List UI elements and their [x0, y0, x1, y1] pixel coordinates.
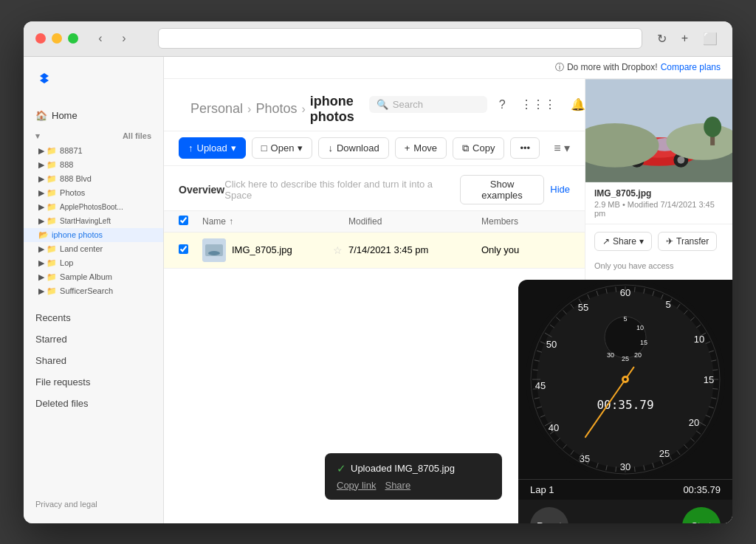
close-button[interactable] [35, 33, 46, 44]
folder-icon: ▶ 📁 [38, 146, 57, 156]
preview-image [585, 79, 732, 182]
new-tab-button[interactable]: + [678, 29, 691, 49]
upload-button[interactable]: ↑ Upload ▾ [179, 137, 246, 159]
copy-button[interactable]: ⧉ Copy [453, 137, 504, 159]
address-bar[interactable] [158, 28, 642, 49]
refresh-button[interactable]: ↻ [654, 29, 670, 49]
all-files-section[interactable]: ▾ All files [24, 125, 163, 144]
search-icon: 🔍 [377, 99, 388, 110]
window-button[interactable]: ⬜ [700, 29, 721, 49]
all-files-label: All files [123, 131, 151, 140]
svg-point-2 [208, 251, 220, 255]
folder-icon: ▶ 📁 [38, 272, 57, 282]
sidebar-item-starred[interactable]: Starred [24, 328, 163, 350]
promo-text: Do more with Dropbox! [567, 62, 658, 72]
sidebar-tree-iphone[interactable]: 📂 iphone photos [24, 228, 163, 242]
transfer-button[interactable]: ✈ Transfer [658, 232, 717, 251]
svg-text:15: 15 [640, 339, 647, 346]
svg-text:45: 45 [535, 380, 546, 391]
svg-point-103 [624, 378, 627, 381]
search-bar[interactable]: 🔍 Search [369, 96, 487, 113]
copy-link-button[interactable]: Copy link [337, 480, 376, 491]
file-modified-cell: 7/14/2021 3:45 pm [348, 244, 481, 255]
select-all-checkbox[interactable] [179, 216, 202, 227]
star-icon[interactable]: ☆ [333, 244, 343, 256]
open-icon: □ [261, 142, 267, 154]
download-button[interactable]: ↓ Download [318, 137, 388, 159]
column-name-header[interactable]: Name ↑ [202, 216, 348, 227]
apps-button[interactable]: ⋮⋮⋮ [518, 94, 559, 114]
svg-text:00:35.79: 00:35.79 [597, 398, 653, 412]
stopwatch-overlay: 60 5 10 15 20 25 30 35 40 45 5 [518, 280, 732, 523]
view-toggle[interactable]: ≡ ▾ [554, 141, 570, 155]
preview-meta: 2.9 MB • Modified 7/14/2021 3:45 pm [594, 200, 724, 218]
promo-link[interactable]: Compare plans [661, 62, 721, 72]
start-button[interactable]: Start [682, 507, 721, 523]
hide-link[interactable]: Hide [550, 184, 570, 195]
lap-label: Lap 1 [530, 484, 554, 495]
sidebar-tree-apple[interactable]: ▶ 📁 ApplePhotosBoot... [24, 200, 163, 214]
sidebar-tree-photos[interactable]: ▶ 📁 Photos [24, 186, 163, 200]
sidebar-item-recents[interactable]: Recents [24, 307, 163, 328]
sidebar-item-shared[interactable]: Shared [24, 350, 163, 371]
sidebar-tree-land[interactable]: ▶ 📁 Land center [24, 242, 163, 256]
overview-description[interactable]: Click here to describe this folder and t… [224, 179, 454, 201]
row-checkbox-container[interactable] [179, 244, 202, 256]
toolbar: ↑ Upload ▾ □ Open ▾ ↓ Download [164, 131, 585, 166]
open-button[interactable]: □ Open ▾ [252, 137, 313, 159]
breadcrumb: Personal › Photos › iphone photos [176, 85, 369, 125]
preview-filename: IMG_8705.jpg [594, 188, 724, 199]
breadcrumb-personal[interactable]: Personal [190, 101, 243, 117]
sidebar-home-label: Home [52, 110, 78, 121]
minimize-button[interactable] [52, 33, 62, 44]
folder-icon: ▶ 📁 [38, 216, 57, 226]
notifications-button[interactable]: 🔔 [568, 94, 585, 114]
svg-text:10: 10 [636, 324, 644, 331]
sidebar-tree-lop[interactable]: ▶ 📁 Lop [24, 256, 163, 270]
forward-button[interactable]: › [114, 30, 134, 47]
sidebar-item-home[interactable]: 🏠 Home [24, 106, 163, 125]
breadcrumb-photos[interactable]: Photos [255, 101, 297, 117]
folder-icon: ▶ 📁 [38, 244, 57, 254]
column-members-header: Members [481, 216, 570, 227]
sidebar-tree-suffi[interactable]: ▶ 📁 SufficerSearch [24, 284, 163, 298]
share-button[interactable]: ↗ Share ▾ [594, 232, 652, 251]
sidebar-tree-888blvd[interactable]: ▶ 📁 888 Blvd [24, 172, 163, 186]
back-button[interactable]: ‹ [90, 30, 111, 47]
nav-buttons: ‹ › [90, 30, 134, 47]
traffic-lights [35, 33, 78, 44]
sidebar-item-file-requests[interactable]: File requests [24, 371, 163, 393]
more-button[interactable]: ••• [510, 137, 540, 159]
show-examples-button[interactable]: Show examples [460, 175, 544, 204]
move-button[interactable]: + Move [395, 137, 447, 159]
sidebar: 🏠 Home ▾ All files ▶ 📁 88871 ▶ 📁 888 ▶ 📁… [24, 57, 164, 523]
svg-text:50: 50 [546, 339, 557, 350]
lap-row: Lap 1 00:35.79 [518, 479, 732, 500]
sidebar-footer[interactable]: Privacy and legal [24, 491, 164, 517]
row-checkbox[interactable] [179, 244, 188, 254]
upload-toast: ✓ Uploaded IMG_8705.jpg Copy link Share [325, 453, 502, 500]
svg-point-12 [677, 156, 684, 163]
svg-text:5: 5 [665, 299, 670, 310]
overview-bar: Overview Click here to describe this fol… [164, 166, 585, 210]
reset-button[interactable]: Reset [530, 507, 568, 523]
svg-text:10: 10 [694, 334, 704, 345]
sidebar-tree-88871[interactable]: ▶ 📁 88871 [24, 144, 163, 158]
upload-toast-actions: Copy link Share [337, 480, 490, 491]
share-toast-button[interactable]: Share [385, 480, 410, 491]
maximize-button[interactable] [68, 33, 78, 44]
svg-text:5: 5 [623, 315, 627, 323]
header-checkbox[interactable] [179, 216, 188, 225]
titlebar-actions: ↻ + ⬜ [654, 29, 721, 49]
share-dropdown-icon: ▾ [639, 236, 644, 247]
sidebar-tree-start[interactable]: ▶ 📁 StartHavingLeft [24, 214, 163, 228]
help-button[interactable]: ? [496, 95, 509, 114]
sidebar-tree-888[interactable]: ▶ 📁 888 [24, 158, 163, 172]
svg-text:20: 20 [634, 351, 642, 359]
lap-time: 00:35.79 [683, 484, 721, 495]
top-bar-right: 🔍 Search ? ⋮⋮⋮ 🔔 MW [369, 93, 585, 117]
transfer-icon: ✈ [666, 236, 673, 247]
sidebar-item-deleted[interactable]: Deleted files [24, 393, 163, 414]
sidebar-tree-sample[interactable]: ▶ 📁 Sample Album [24, 270, 163, 284]
table-row[interactable]: IMG_8705.jpg ☆ 7/14/2021 3:45 pm Only yo… [164, 233, 585, 269]
